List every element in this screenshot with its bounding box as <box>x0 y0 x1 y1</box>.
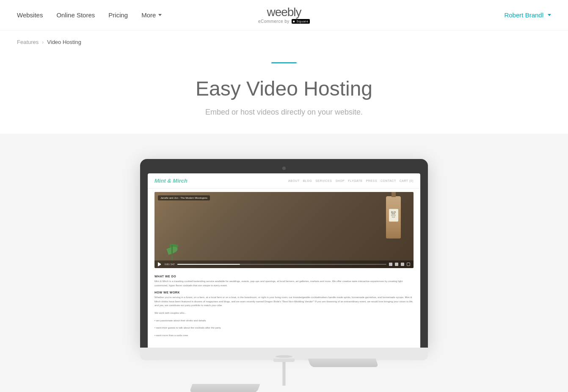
settings-icon[interactable] <box>395 263 398 266</box>
video-title-overlay: Janelle and Jon - The Modern Mixologists <box>158 195 210 200</box>
site-nav-flygate: FLYGATE <box>348 179 362 182</box>
stand-foot-left <box>189 384 260 392</box>
site-logo-text: Mint & Mirch <box>154 178 187 184</box>
logo-subtitle: eCommerce by ■ Square <box>258 19 310 24</box>
site-nav-services: SERVICES <box>315 179 332 182</box>
nav-online-stores[interactable]: Online Stores <box>56 11 95 19</box>
hero-accent-line <box>271 62 297 63</box>
site-logo[interactable]: weebly eCommerce by ■ Square <box>258 6 310 24</box>
square-badge: ■ Square <box>292 19 310 24</box>
site-header: Mint & Mirch ABOUT BLOG SERVICES SHOP FL… <box>148 173 420 189</box>
bullet-1: • are passionate about their drinks and … <box>154 319 414 323</box>
video-controls[interactable]: 0:00 / 3:47 <box>154 260 414 268</box>
site-navigation: ABOUT BLOG SERVICES SHOP FLYGATE PRESS C… <box>288 179 414 182</box>
bullet-2: • want their guests to talk about the co… <box>154 326 414 330</box>
monitor-base <box>216 385 352 392</box>
user-menu[interactable]: Robert Brandl <box>504 11 543 19</box>
monitor-section: Mint & Mirch ABOUT BLOG SERVICES SHOP FL… <box>0 134 568 348</box>
video-background: Janelle and Jon - The Modern Mixologists… <box>154 192 414 268</box>
more-chevron-icon <box>158 14 162 16</box>
fullscreen-icon[interactable] <box>407 263 410 266</box>
nav-pricing[interactable]: Pricing <box>108 11 128 19</box>
breadcrumb-separator: › <box>42 39 44 45</box>
navbar: Websites Online Stores Pricing More weeb… <box>0 0 568 30</box>
logo-wordmark: weebly <box>258 6 310 18</box>
plant-stem <box>171 245 173 262</box>
bottle-label: BELOW DECK SPICED RUM <box>389 209 398 222</box>
section-what-we-do-text: Mint & Mirch is a traveling cocktail bar… <box>154 280 414 288</box>
volume-icon[interactable] <box>389 263 392 266</box>
nav-websites[interactable]: Websites <box>17 11 43 19</box>
section-how-we-work-text: Whether you're serving in a forest, on a… <box>154 296 414 308</box>
site-nav-about: ABOUT <box>288 179 300 182</box>
stand-foot-right <box>308 359 378 367</box>
site-nav-cart: CART (0) <box>400 179 414 182</box>
monitor-frame: Mint & Mirch ABOUT BLOG SERVICES SHOP FL… <box>140 159 428 348</box>
user-chevron-icon <box>548 14 551 16</box>
plant-decoration <box>163 236 184 262</box>
monitor-neck <box>282 360 286 386</box>
bullet-3: • want more than a soda crew <box>154 334 414 338</box>
progress-bar[interactable] <box>177 264 386 265</box>
breadcrumb-current: Video Hosting <box>47 39 81 45</box>
hero-section: Easy Video Hosting Embed or host videos … <box>0 54 568 134</box>
play-button[interactable] <box>158 262 162 266</box>
section-couples-text: We work with couples who... <box>154 311 414 315</box>
share-icon[interactable] <box>401 263 404 266</box>
hero-subtitle: Embed or host videos directly on your we… <box>17 108 551 117</box>
monitor-screen: Mint & Mirch ABOUT BLOG SERVICES SHOP FL… <box>148 173 420 348</box>
video-player[interactable]: Janelle and Jon - The Modern Mixologists… <box>154 192 414 268</box>
site-nav-contact: CONTACT <box>381 179 396 182</box>
section-how-we-work-title: HOW WE WORK <box>154 291 414 294</box>
monitor-camera-dot <box>282 167 286 170</box>
nav-left: Websites Online Stores Pricing More <box>17 11 162 19</box>
monitor-stand <box>0 348 568 392</box>
progress-fill <box>177 264 240 265</box>
monitor-bottom-bezel <box>140 348 428 360</box>
nav-more-dropdown[interactable]: More <box>141 11 162 19</box>
bottle-prop: BELOW DECK SPICED RUM <box>386 196 401 238</box>
breadcrumb: Features › Video Hosting <box>0 30 568 54</box>
site-nav-press: PRESS <box>366 179 377 182</box>
nav-right: Robert Brandl <box>504 11 551 19</box>
stand-wrapper <box>140 348 428 392</box>
site-nav-shop: SHOP <box>335 179 345 182</box>
site-nav-blog: BLOG <box>303 179 312 182</box>
section-what-we-do-title: WHAT WE DO <box>154 275 414 278</box>
breadcrumb-parent[interactable]: Features <box>17 39 39 45</box>
site-body: WHAT WE DO Mint & Mirch is a traveling c… <box>148 271 420 348</box>
hero-title: Easy Video Hosting <box>17 77 551 100</box>
